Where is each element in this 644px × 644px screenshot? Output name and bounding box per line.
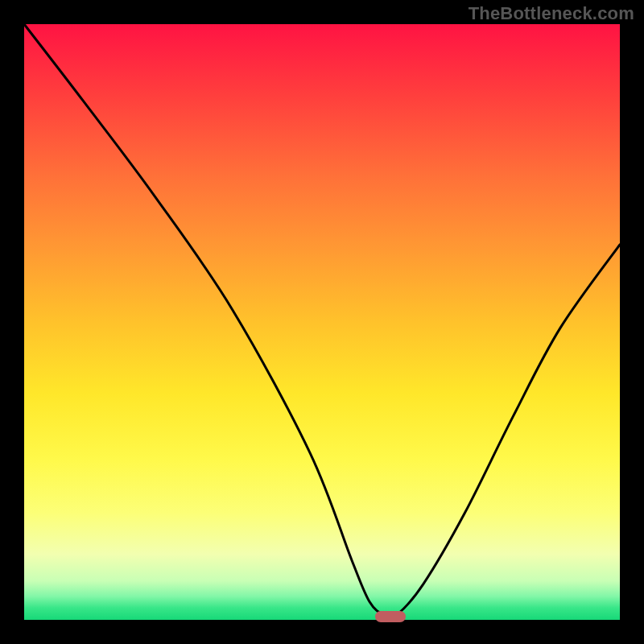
chart-frame: TheBottleneck.com: [0, 0, 644, 644]
valley-marker: [375, 611, 406, 622]
plot-area: [24, 24, 620, 620]
attribution-text: TheBottleneck.com: [469, 3, 634, 24]
bottleneck-line: [24, 24, 620, 620]
